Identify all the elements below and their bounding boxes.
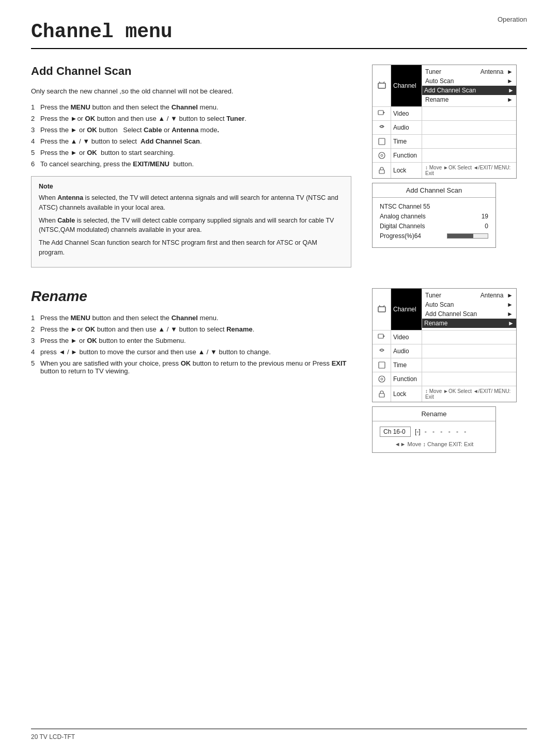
menu-items-lock: ↕ Move ►OK Select ◄/EXIT/ MENU: Exit [422,163,516,178]
tv-menu-rename: Channel Tuner Antenna ► Auto Scan ► Add … [372,288,517,402]
rename-rename-arrow: ► [508,320,514,327]
rename-menu-hint: ↕ Move ►OK Select ◄/EXIT/ MENU: Exit [425,388,512,400]
scan-digital-label: Digital Channels [380,223,425,230]
time-icon [373,135,391,148]
bold-exit-menu: EXIT/MENU [133,160,169,168]
menu-row-time: Time [373,135,516,149]
scan-popup-title: Add Channel Scan [373,183,495,198]
menu-items-audio-empty [422,121,516,134]
add-channel-scan-title: Add Channel Scan [31,65,351,78]
rename-menu-label-time: Time [391,358,422,372]
menu-items-time-empty [422,135,516,148]
svg-point-7 [381,154,383,156]
rename-auto-scan-arrow: ► [507,301,513,308]
rename-menu-items-audio-empty [422,344,516,358]
rename-menu-label-audio: Audio [391,344,422,358]
rename-input-row: Ch 16-0 [-] - - - - - - [380,427,488,437]
intro-text: Only search the new channel ,so the old … [31,87,351,95]
add-channel-scan-steps: 1 Press the MENU button and then select … [31,103,351,168]
menu-item-auto-scan-arrow: ► [507,77,513,85]
rename-menu-label-function: Function [391,372,422,386]
rename-menu-items-channel: Tuner Antenna ► Auto Scan ► Add Channel … [422,289,516,330]
menu-label-function: Function [391,149,422,162]
rename-tuner-right: Antenna ► [481,292,513,299]
rename-title: Rename [31,288,351,305]
scan-analog-value: 19 [482,213,488,220]
svg-rect-17 [379,393,384,397]
step-5: 5 Press the ► or OK button to start sear… [31,149,351,156]
step-6: 6 To cancel searching, press the EXIT/ME… [31,160,351,168]
rename-menu-row-lock: Lock ↕ Move ►OK Select ◄/EXIT/ MENU: Exi… [373,386,516,402]
menu-item-rename-arrow: ► [507,96,513,103]
rename-steps: 1 Press the MENU button and then select … [31,314,351,375]
rename-menu-label-video: Video [391,330,422,344]
step-3: 3 Press the ► or OK button Select Cable … [31,126,351,134]
section-label: Operation [498,15,527,23]
rename-tuner-label: Tuner [425,292,441,299]
footer: 20 TV LCD-TFT [31,729,527,741]
rename-menu-label-lock: Lock [391,386,422,402]
rename-right: Channel Tuner Antenna ► Auto Scan ► Add … [372,288,527,453]
rename-dashes: - - - - - - [425,428,469,435]
menu-label-video: Video [391,107,422,120]
rename-lock-icon [373,386,391,402]
menu-label-channel: Channel [391,65,422,106]
menu-row-function: Function [373,149,516,163]
function-icon [373,149,391,162]
rename-menu-items-video-empty [422,330,516,344]
tv-menu-add-channel: Channel Tuner Antenna ► Auto Scan ► Add … [372,65,517,179]
menu-item-auto-scan-label: Auto Scan [425,77,454,85]
progress-bar-outer [447,233,488,239]
rename-auto-scan-label: Auto Scan [425,301,454,308]
rename-step-5: 5 When you are satisfied with your choic… [31,359,351,375]
rename-step-4: 4 press ◄ / ► button to move the cursor … [31,348,351,356]
progress-bar-container [447,232,488,240]
svg-rect-0 [378,83,385,88]
menu-item-auto-scan: Auto Scan ► [425,76,513,86]
menu-label-lock: Lock [391,163,422,178]
step-1: 1 Press the MENU button and then select … [31,103,351,111]
svg-marker-13 [383,335,385,337]
bold-tuner: Tuner [226,115,244,122]
rename-input-box[interactable]: Ch 16-0 [380,427,411,437]
rename-audio-icon [373,344,391,358]
add-channel-scan-right: Channel Tuner Antenna ► Auto Scan ► Add … [372,65,527,267]
svg-point-6 [379,152,385,159]
rename-menu-item-auto-scan: Auto Scan ► [425,300,513,309]
rename-rename-label: Rename [424,320,447,327]
menu-items-channel: Tuner Antenna ► Auto Scan ► Add Channel … [422,65,516,106]
menu-label-audio: Audio [391,121,422,134]
rename-add-channel-arrow: ► [507,310,513,318]
scan-row-progress: Progress(%)64 [380,232,488,240]
add-channel-scan-section: Add Channel Scan Only search the new cha… [31,65,527,267]
rename-menu-row-time: Time [373,358,516,372]
rename-menu-items-function-empty [422,372,516,386]
rename-bold-exit: EXIT [332,359,347,367]
rename-popup-body: Ch 16-0 [-] - - - - - - ◄► Move ↕ Change… [373,421,495,452]
note-p2: When Cable is selected, the TV will dete… [39,216,344,235]
menu-item-antenna-label: Antenna ► [481,68,513,75]
scan-analog-label: Analog channels [380,213,426,220]
scan-row-analog: Analog channels 19 [380,213,488,220]
footer-text: 20 TV LCD-TFT [31,733,75,741]
note-box: Note When Antenna is selected, the TV wi… [31,176,351,267]
audio-icon [373,121,391,134]
rename-step-3: 3 Press the ► or OK button to enter the … [31,337,351,344]
scan-digital-value: 0 [485,223,488,230]
bold-ok: OK [85,115,96,122]
menu-row-lock: Lock ↕ Move ►OK Select ◄/EXIT/ MENU: Exi… [373,163,516,178]
bold-add-channel-scan: Add Channel Scan [141,137,200,145]
scan-row-ntsc: NTSC Channel 55 [380,203,488,210]
svg-rect-9 [378,307,385,312]
bold-ok-3: OK [87,126,97,134]
menu-row-video: Video [373,107,516,121]
rename-popup-hint: ◄► Move ↕ Change EXIT: Exit [380,441,488,447]
scan-row-digital: Digital Channels 0 [380,223,488,230]
svg-rect-5 [379,138,385,145]
menu-label-time: Time [391,135,422,148]
menu-item-add-channel-scan-label: Add Channel Scan [424,87,476,94]
rename-menu-label-channel: Channel [391,289,422,330]
menu-item-rename: Rename ► [425,95,513,104]
rename-channel-icon [373,289,391,330]
menu-row-audio: Audio [373,121,516,135]
